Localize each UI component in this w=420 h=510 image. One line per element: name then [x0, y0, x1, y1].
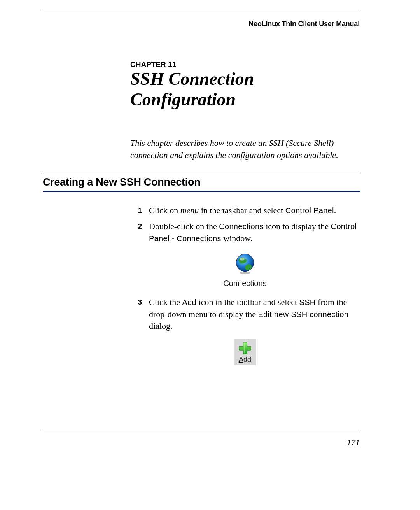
chapter-title: SSH Connection Configuration	[130, 69, 360, 110]
section-heading: Creating a New SSH Connection	[43, 176, 360, 188]
figure-connections-icon: Connections	[130, 252, 360, 288]
step-3: 3 Click the Add icon in the toolbar and …	[130, 296, 360, 332]
chapter-heading: CHAPTER 11 SSH Connection Configuration	[130, 57, 360, 110]
step-body: Double-click on the Connections icon to …	[149, 221, 360, 245]
text: Click on	[149, 205, 180, 215]
emphasis-menu: menu	[180, 205, 199, 215]
text: dialog.	[149, 321, 173, 331]
figure-add-button: Add	[130, 339, 360, 365]
text: in the taskbar and select	[199, 205, 285, 215]
ui-term-control-panel: Control Panel	[285, 206, 334, 215]
chapter-label: CHAPTER 11	[130, 57, 176, 69]
footer-rule	[43, 432, 360, 432]
plus-icon	[238, 342, 252, 355]
step-1: 1 Click on menu in the taskbar and selec…	[130, 205, 360, 217]
chapter-intro: This chapter describes how to create an …	[130, 137, 360, 161]
svg-point-0	[240, 271, 250, 274]
add-button: Add	[234, 339, 256, 365]
ui-term-ssh: SSH	[299, 298, 316, 307]
figure-label-connections: Connections	[223, 279, 266, 288]
globe-icon	[233, 252, 257, 275]
section-rule	[43, 172, 360, 172]
step-body: Click the Add icon in the toolbar and se…	[149, 296, 360, 332]
accelerator-underline: A	[239, 356, 243, 363]
ui-term-add: Add	[182, 298, 197, 307]
text: Double-click on the	[149, 221, 219, 231]
steps-list: 1 Click on menu in the taskbar and selec…	[130, 205, 360, 365]
top-rule	[43, 12, 360, 12]
ui-term-dialog-title: Edit new SSH connection	[258, 310, 348, 319]
text: dd	[243, 356, 251, 363]
svg-rect-3	[244, 343, 245, 354]
step-number: 1	[130, 205, 142, 216]
text: Click the	[149, 297, 182, 307]
text: window.	[221, 233, 252, 243]
step-number: 3	[130, 296, 142, 308]
step-2: 2 Double-click on the Connections icon t…	[130, 221, 360, 245]
step-number: 2	[130, 221, 142, 232]
text: icon to display the	[264, 221, 331, 231]
ui-term-connections: Connections	[219, 222, 263, 231]
step-body: Click on menu in the taskbar and select …	[149, 205, 360, 217]
page-number: 171	[347, 438, 360, 448]
section-underline	[43, 191, 360, 192]
text: .	[334, 205, 336, 215]
figure-label-add: Add	[239, 356, 251, 363]
running-head: NeoLinux Thin Client User Manual	[43, 20, 360, 28]
text: icon in the toolbar and select	[196, 297, 299, 307]
svg-point-2	[240, 258, 245, 261]
